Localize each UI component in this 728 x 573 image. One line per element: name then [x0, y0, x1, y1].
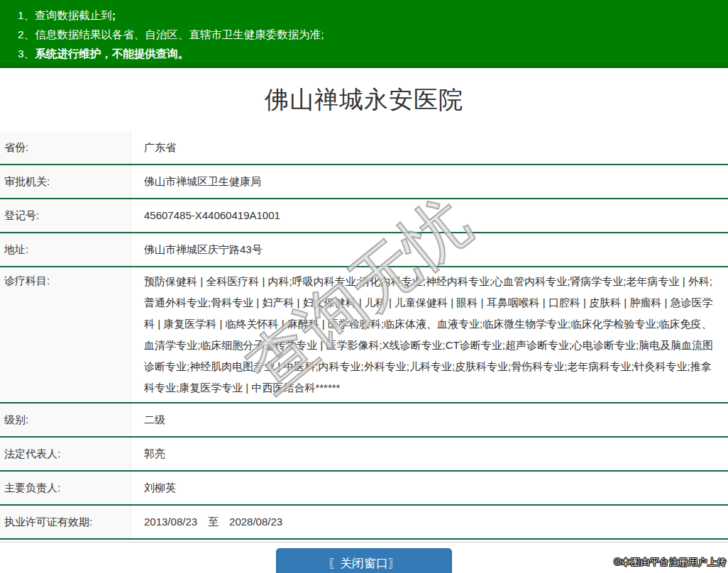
notice-text-bold: ; [112, 9, 116, 21]
row-label: 法定代表人: [0, 438, 131, 470]
table-row: 诊疗科目: 预防保健科 | 全科医疗科 | 内科;呼吸内科专业;消化内科专业;神… [0, 267, 728, 404]
table-row: 地址: 佛山市禅城区庆宁路43号 [0, 233, 728, 267]
row-value: 佛山市禅城区卫生健康局 [131, 165, 728, 198]
table-row: 省份: 广东省 [0, 131, 728, 165]
row-value: 广东省 [131, 131, 728, 164]
notice-line: 3、系统进行维护，不能提供查询。 [18, 44, 721, 63]
row-value: 郭亮 [131, 438, 728, 470]
notice-number: 1、 [18, 9, 35, 21]
notice-text-pre: 信息数据结果以各省、自治区、直辖市卫生健康委数据为准; [35, 28, 324, 40]
attribution-watermark: ©本图由平台注册用户上传 [614, 556, 727, 569]
table-row: 审批机关: 佛山市禅城区卫生健康局 [0, 165, 728, 199]
notice-number: 3、 [18, 48, 35, 60]
notice-line: 1、查询数据截止到; [18, 6, 721, 25]
table-row: 法定代表人: 郭亮 [0, 438, 728, 472]
notice-text-bold: 系统进行维护，不能提供查询。 [35, 48, 189, 60]
row-label: 执业许可证有效期: [0, 506, 131, 538]
row-label: 诊疗科目: [0, 267, 131, 402]
table-row: 执业许可证有效期: 2013/08/23 至 2028/08/23 [0, 506, 728, 540]
notice-header: 1、查询数据截止到; 2、信息数据结果以各省、自治区、直辖市卫生健康委数据为准;… [0, 0, 728, 68]
row-label: 登记号: [0, 199, 131, 232]
row-value: 45607485-X44060419A1001 [131, 199, 728, 232]
notice-line: 2、信息数据结果以各省、自治区、直辖市卫生健康委数据为准; [18, 25, 721, 44]
page: 1、查询数据截止到; 2、信息数据结果以各省、自治区、直辖市卫生健康委数据为准;… [0, 0, 728, 573]
table-row: 级别: 二级 [0, 404, 728, 438]
table-row: 登记号: 45607485-X44060419A1001 [0, 199, 728, 233]
row-label: 级别: [0, 404, 131, 436]
notice-number: 2、 [18, 28, 35, 40]
row-value: 佛山市禅城区庆宁路43号 [131, 233, 728, 266]
row-value: 预防保健科 | 全科医疗科 | 内科;呼吸内科专业;消化内科专业;神经内科专业;… [131, 267, 728, 402]
hospital-info-table: 省份: 广东省 审批机关: 佛山市禅城区卫生健康局 登记号: 45607485-… [0, 131, 728, 543]
row-value: 2013/08/23 至 2028/08/23 [131, 506, 728, 538]
close-window-button[interactable]: 〖关闭窗口〗 [276, 548, 452, 573]
hospital-title: 佛山禅城永安医院 [0, 68, 728, 131]
row-label: 主要负责人: [0, 472, 131, 504]
row-value: 刘柳英 [131, 472, 728, 504]
table-row: 主要负责人: 刘柳英 [0, 472, 728, 506]
row-value: 二级 [131, 404, 728, 436]
row-label: 省份: [0, 131, 131, 164]
row-label: 地址: [0, 233, 131, 266]
row-label: 审批机关: [0, 165, 131, 198]
notice-text-pre: 查询数据截止到 [35, 9, 112, 21]
